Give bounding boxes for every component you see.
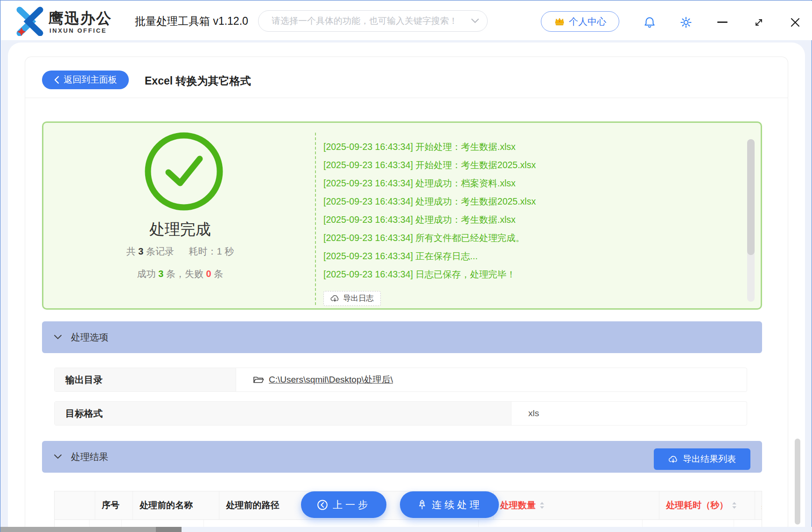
horizontal-scrollbar-thumb[interactable] [0,527,156,532]
minimize-button[interactable] [716,16,729,29]
previous-step-label: 上一步 [333,498,371,511]
summary-total-line: 共 3 条记录 耗时：1 秒 [43,245,317,258]
export-log-button[interactable]: 导出日志 [323,291,381,306]
sort-icon[interactable] [539,502,545,509]
app-title: 批量处理工具箱 v1.12.0 [135,14,248,28]
status-title: 处理完成 [43,219,317,240]
logo-text-cn: 鹰迅办公 [49,8,112,29]
resize-icon [754,17,764,28]
success-count: 3 [158,269,163,279]
log-entry: [2025-09-23 16:43:34] 处理成功：考生数据2025.xlsx [323,192,739,211]
log-entry: [2025-09-23 16:43:34] 开始处理：考生数据2025.xlsx [323,156,739,174]
chevron-down-icon [54,335,62,340]
horizontal-scrollbar-thumb-end[interactable] [156,527,182,532]
circle-back-icon [317,499,328,511]
summary-result-line: 成功 3 条，失败 0 条 [43,268,317,280]
log-divider [315,133,316,305]
export-log-label: 导出日志 [343,293,374,304]
log-scrollbar-thumb[interactable] [747,139,755,255]
function-search-select[interactable] [258,10,488,32]
gear-icon [680,16,692,28]
header-separator [25,98,788,98]
settings-button[interactable] [679,16,693,29]
previous-step-button[interactable]: 上一步 [301,491,386,518]
close-button[interactable] [789,16,802,29]
search-input[interactable] [271,15,471,27]
user-center-label: 个人中心 [569,15,606,28]
target-format-value: xls [528,408,539,419]
col-count[interactable]: 处理数量 [494,491,660,519]
col-name-before: 处理前的名称 [133,491,219,519]
chevron-left-icon [54,76,59,84]
close-icon [790,17,800,28]
continue-process-label: 连续处理 [432,498,483,511]
col-path-after: 处理后的路径 [755,491,762,519]
page-title: Excel 转换为其它格式 [145,74,251,88]
folder-open-icon [253,375,264,384]
cloud-download-icon [668,455,678,464]
log-entry: [2025-09-23 16:43:34] 开始处理：考生数据.xlsx [323,138,739,156]
back-to-dashboard-button[interactable]: 返回到主面板 [42,71,129,89]
minimize-icon [717,21,728,23]
target-format-label: 目标格式 [55,402,511,425]
success-check-icon [142,129,226,213]
app-window: 鹰迅办公 INXUN OFFICE 批量处理工具箱 v1.12.0 个人中心 [0,0,812,532]
log-entry: [2025-09-23 16:43:34] 所有文件都已经处理完成。 [323,229,739,247]
output-dir-link[interactable]: C:\Users\sqmil\Desktop\处理后\ [269,374,393,386]
log-entry: [2025-09-23 16:43:34] 处理成功：档案资料.xlsx [323,174,739,192]
chevron-down-icon [54,454,62,459]
crown-icon [554,17,565,26]
user-center-button[interactable]: 个人中心 [541,11,619,32]
bell-icon [644,16,655,28]
col-select [55,491,95,519]
export-results-label: 导出结果列表 [683,453,736,465]
process-log: [2025-09-23 16:43:34] 开始处理：考生数据.xlsx [20… [323,138,739,284]
app-logo-icon [15,6,45,36]
section-options-title: 处理选项 [71,331,108,344]
section-options-header[interactable]: 处理选项 [42,321,762,353]
target-format-row: 目标格式 xls [54,401,747,426]
resize-button[interactable] [752,16,765,29]
cloud-download-icon [330,294,339,303]
col-elapsed[interactable]: 处理耗时（秒） [659,491,755,519]
back-button-label: 返回到主面板 [64,74,117,86]
total-count: 3 [138,246,143,256]
output-dir-label: 输出目录 [55,368,236,391]
output-dir-row: 输出目录 C:\Users\sqmil\Desktop\处理后\ [54,368,747,392]
export-results-button[interactable]: 导出结果列表 [654,448,750,470]
log-entry: [2025-09-23 16:43:34] 正在保存日志... [323,247,739,265]
fail-count: 0 [206,269,211,279]
continue-process-button[interactable]: 连续处理 [400,491,499,518]
sort-icon[interactable] [732,502,737,509]
notifications-button[interactable] [643,16,656,29]
log-entry: [2025-09-23 16:43:34] 日志已保存，处理完毕！ [323,265,739,284]
col-index: 序号 [95,491,133,519]
rocket-icon [417,499,427,510]
log-entry: [2025-09-23 16:43:34] 处理成功：考生数据.xlsx [323,211,739,229]
logo-text-en: INXUN OFFICE [49,27,107,34]
vertical-scrollbar-thumb[interactable] [795,439,800,525]
chevron-down-icon [471,19,479,23]
title-bar: 鹰迅办公 INXUN OFFICE 批量处理工具箱 v1.12.0 个人中心 [1,1,812,40]
section-results-title: 处理结果 [71,451,108,463]
elapsed-time: 耗时：1 秒 [189,246,234,256]
